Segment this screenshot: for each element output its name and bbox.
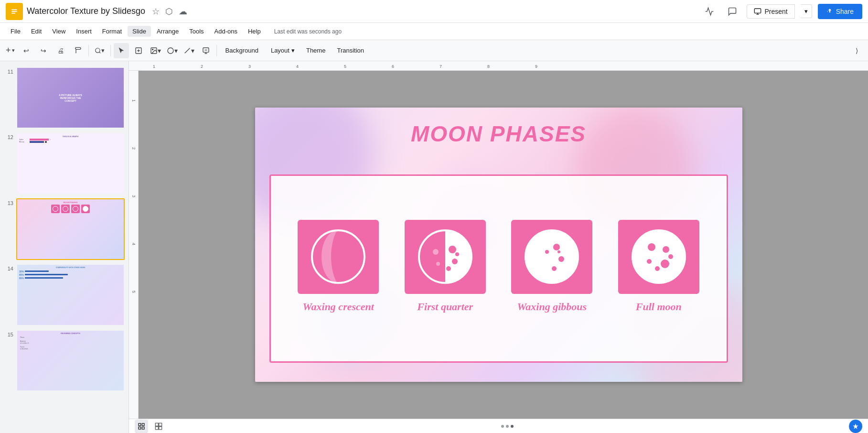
slide14-title: COMPATIBILITY WITH OTHER SIGNS — [19, 267, 122, 269]
share-button[interactable]: Share — [818, 4, 862, 19]
menu-tools[interactable]: Tools — [184, 26, 208, 37]
svg-rect-48 — [142, 427, 144, 429]
menu-addons[interactable]: Add-ons — [210, 26, 242, 37]
svg-point-12 — [152, 49, 153, 50]
svg-rect-7 — [827, 11, 827, 11]
menu-help[interactable]: Help — [243, 26, 266, 37]
slide-thumb-15[interactable]: 15 REVIEWING CONCEPTS PlacesAquariusis a… — [0, 328, 129, 393]
transition-label: Transition — [337, 47, 364, 54]
svg-point-41 — [647, 259, 652, 264]
svg-point-27 — [455, 252, 459, 256]
main-slide[interactable]: MOON PHASES — [255, 108, 742, 382]
ruler-left: 1 2 3 4 5 — [129, 71, 139, 419]
cursor-button[interactable] — [114, 43, 129, 58]
svg-point-39 — [648, 243, 655, 251]
list-view-btn[interactable] — [135, 420, 148, 433]
zoom-button[interactable]: ▾ — [92, 43, 107, 58]
undo-button[interactable]: ↩ — [19, 43, 34, 58]
svg-rect-52 — [159, 426, 162, 429]
right-controls: Present ▾ Share — [701, 3, 862, 20]
moon-box-4 — [618, 220, 699, 294]
svg-rect-45 — [139, 423, 141, 426]
moon-svg-1 — [307, 226, 369, 288]
canvas-area: 1 2 3 4 5 6 7 8 9 1 2 3 4 5 — [129, 61, 868, 433]
cloud-icon[interactable]: ☁ — [179, 6, 187, 17]
slide-thumb-12[interactable]: 12 THIS IS A GRAPH Jupiter● Mercury⬛ — [0, 130, 129, 196]
moon-label-2: First quarter — [417, 301, 473, 313]
present-button[interactable]: Present — [747, 4, 794, 19]
moon-box-3 — [511, 220, 592, 294]
slide-inner-14: COMPATIBILITY WITH OTHER SIGNS 30% 85% 8… — [17, 265, 124, 325]
ai-assist-button[interactable] — [849, 420, 862, 433]
expand-right-button[interactable]: ⟩ — [849, 43, 864, 58]
slide-img-12[interactable]: THIS IS A GRAPH Jupiter● Mercury⬛ — [16, 132, 125, 194]
moon-item-full-moon: Full moon — [618, 220, 699, 313]
print-button[interactable]: 🖨 — [53, 43, 68, 58]
menu-view[interactable]: View — [47, 26, 70, 37]
slide-thumb-13[interactable]: 13 MOON PHASES — [0, 196, 129, 262]
nav-dot-1[interactable] — [501, 425, 504, 428]
nav-dot-2[interactable] — [506, 425, 509, 428]
grid-view-btn[interactable] — [152, 420, 165, 433]
nav-dot-3[interactable] — [511, 425, 514, 428]
slide-img-11[interactable]: A PICTURE ALWAYSREINFORCES THECONCEPT — [16, 67, 125, 129]
svg-point-32 — [553, 244, 560, 250]
svg-line-14 — [184, 48, 190, 53]
moon-svg-4 — [628, 226, 690, 288]
slide-img-13[interactable]: MOON PHASES — [16, 198, 125, 260]
activity-icon[interactable] — [701, 3, 718, 20]
svg-rect-47 — [139, 427, 141, 429]
slide-img-15[interactable]: REVIEWING CONCEPTS PlacesAquariusis a zo… — [16, 330, 125, 391]
svg-rect-1 — [12, 9, 17, 10]
slide-img-14[interactable]: COMPATIBILITY WITH OTHER SIGNS 30% 85% 8… — [16, 264, 125, 325]
paint-format-button[interactable] — [70, 43, 86, 58]
moon-svg-2 — [414, 226, 476, 288]
background-button[interactable]: Background — [220, 43, 264, 58]
svg-rect-50 — [159, 423, 162, 426]
menu-slide[interactable]: Slide — [128, 26, 151, 37]
menu-edit[interactable]: Edit — [26, 26, 46, 37]
comment-insert-button[interactable] — [198, 43, 214, 58]
textbox-button[interactable] — [131, 43, 146, 58]
comment-icon[interactable] — [724, 3, 741, 20]
slide-num-14: 14 — [4, 264, 13, 271]
line-button[interactable]: ▾ — [182, 43, 196, 58]
redo-button[interactable]: ↪ — [36, 43, 51, 58]
doc-title: Watercolor Texture by Slidesgo — [27, 6, 145, 16]
slide13-moons — [51, 205, 90, 213]
folder-icon[interactable]: ⬡ — [165, 6, 173, 17]
slide-canvas-wrapper[interactable]: 1 2 3 4 5 MOON PHASES — [129, 71, 868, 419]
shape-button[interactable]: ▾ — [165, 43, 180, 58]
slide-thumb-11[interactable]: 11 A PICTURE ALWAYSREINFORCES THECONCEPT — [0, 65, 129, 130]
slide-inner-15: REVIEWING CONCEPTS PlacesAquariusis a zo… — [17, 331, 124, 390]
menu-format[interactable]: Format — [97, 26, 127, 37]
menu-bar: File Edit View Insert Format Slide Arran… — [0, 23, 868, 40]
svg-point-38 — [633, 231, 685, 282]
menu-arrange[interactable]: Arrange — [152, 26, 183, 37]
moon-label-3: Waxing gibbous — [517, 301, 587, 313]
present-label: Present — [764, 8, 787, 15]
star-icon[interactable]: ☆ — [152, 6, 160, 17]
svg-point-36 — [557, 250, 560, 253]
add-button[interactable]: +▾ — [4, 43, 17, 58]
theme-button[interactable]: Theme — [301, 43, 330, 58]
moon-item-waxing-gibbous: Waxing gibbous — [511, 220, 592, 313]
toolbar: +▾ ↩ ↪ 🖨 ▾ ▾ ▾ ▾ Background Layout▾ — [0, 40, 868, 61]
svg-line-9 — [99, 52, 100, 53]
slide-thumb-14[interactable]: 14 COMPATIBILITY WITH OTHER SIGNS 30% 85… — [0, 262, 129, 327]
slide-num-15: 15 — [4, 330, 13, 337]
slide-inner-11: A PICTURE ALWAYSREINFORCES THECONCEPT — [17, 68, 124, 128]
slide-title: MOON PHASES — [411, 121, 586, 147]
slide-num-13: 13 — [4, 198, 13, 206]
svg-rect-2 — [12, 11, 17, 12]
menu-file[interactable]: File — [6, 26, 25, 37]
svg-point-19 — [312, 230, 364, 283]
menu-insert[interactable]: Insert — [71, 26, 96, 37]
slide13-title: MOON PHASES — [63, 201, 77, 204]
image-button[interactable]: ▾ — [148, 43, 163, 58]
transition-button[interactable]: Transition — [332, 43, 369, 58]
present-dropdown[interactable]: ▾ — [801, 4, 812, 18]
layout-button[interactable]: Layout▾ — [266, 43, 300, 58]
moon-label-4: Full moon — [636, 301, 682, 313]
slide12-title: THIS IS A GRAPH — [19, 135, 122, 138]
